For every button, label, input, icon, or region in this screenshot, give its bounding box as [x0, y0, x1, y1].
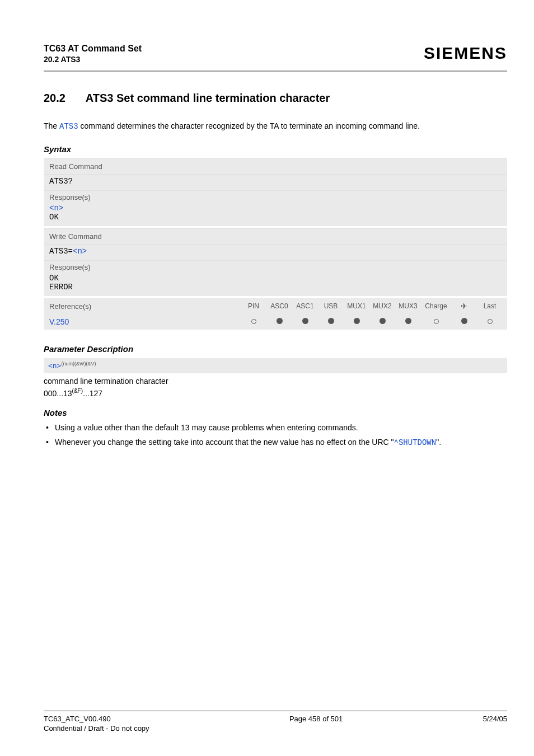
- cap-last: Last: [478, 302, 502, 310]
- brand-logo: SIEMENS: [424, 44, 507, 63]
- circle-empty-icon: [251, 319, 256, 324]
- note-item: • Using a value other than the default 1…: [46, 422, 507, 433]
- param-sup: (num)(&W)(&V): [61, 361, 96, 367]
- doc-title: TC63 AT Command Set: [44, 44, 142, 54]
- param-desc-heading: Parameter Description: [44, 344, 507, 354]
- cap-mux1: MUX1: [345, 302, 368, 310]
- cap-pin: PIN: [242, 302, 265, 310]
- cap-asc0: ASC0: [268, 302, 291, 310]
- read-response-body: <n> OK: [44, 203, 507, 226]
- notes-list: • Using a value other than the default 1…: [44, 422, 507, 449]
- bullet-icon: •: [46, 422, 55, 433]
- circle-filled-icon: [277, 318, 283, 324]
- cap-asc1: ASC1: [293, 302, 317, 310]
- section-number: 20.2: [44, 92, 83, 105]
- read-command-code: ATS3?: [44, 175, 507, 190]
- param-n[interactable]: <n>: [48, 362, 61, 370]
- reference-value-row: V.250: [44, 314, 507, 330]
- circle-filled-icon: [354, 318, 360, 324]
- dot-mux1: [345, 318, 368, 326]
- circle-filled-icon: [405, 318, 411, 324]
- dot-mux3: [396, 318, 420, 326]
- cap-usb: USB: [319, 302, 343, 310]
- dot-asc1: [293, 318, 317, 326]
- dot-mux2: [371, 318, 394, 326]
- read-response-label: Response(s): [44, 190, 507, 203]
- cap-charge: Charge: [422, 302, 450, 310]
- dot-asc0: [268, 318, 291, 326]
- capability-dots: [242, 318, 502, 326]
- footer-confidential: Confidential / Draft - Do not copy: [44, 724, 149, 732]
- circle-filled-icon: [380, 318, 386, 324]
- section-heading: 20.2 ATS3 Set command line termination c…: [44, 92, 507, 105]
- reference-label: Reference(s): [49, 302, 242, 311]
- write-command-code: ATS3=<n>: [44, 245, 507, 260]
- ats3-link[interactable]: ATS3: [59, 122, 78, 131]
- circle-empty-icon: [488, 319, 493, 324]
- note-text: Whenever you change the setting take int…: [55, 436, 507, 448]
- param-description: command line termination character: [44, 377, 507, 386]
- dot-charge: [422, 318, 450, 326]
- cap-airplane: ✈: [452, 302, 476, 311]
- syntax-heading: Syntax: [44, 144, 507, 154]
- write-response-body: OK ERROR: [44, 273, 507, 296]
- write-command-label: Write Command: [44, 228, 507, 245]
- cap-mux3: MUX3: [396, 302, 420, 310]
- footer-date: 5/24/05: [483, 715, 507, 732]
- dot-pin: [242, 318, 265, 326]
- note-item: • Whenever you change the setting take i…: [46, 436, 507, 448]
- dot-airplane: [452, 318, 476, 326]
- write-response-label: Response(s): [44, 260, 507, 273]
- notes-heading: Notes: [44, 408, 507, 417]
- reference-header-row: Reference(s) PIN ASC0 ASC1 USB MUX1 MUX2…: [44, 298, 507, 314]
- param-range: 000...13(&F)...127: [44, 388, 507, 398]
- footer-doc-id: TC63_ATC_V00.490: [44, 715, 149, 723]
- footer-page-number: Page 458 of 501: [149, 715, 483, 732]
- dot-usb: [319, 318, 343, 326]
- dot-last: [478, 318, 502, 326]
- doc-subtitle: 20.2 ATS3: [44, 55, 142, 64]
- intro-paragraph: The ATS3 command determines the characte…: [44, 120, 507, 132]
- bullet-icon: •: [46, 436, 55, 448]
- section-title-text: ATS3 Set command line termination charac…: [86, 92, 330, 104]
- circle-filled-icon: [461, 318, 467, 324]
- read-command-label: Read Command: [44, 158, 507, 175]
- param-n-link[interactable]: <n>: [49, 204, 63, 213]
- circle-filled-icon: [302, 318, 308, 324]
- note-text: Using a value other than the default 13 …: [55, 422, 507, 433]
- shutdown-link[interactable]: ^SHUTDOWN: [394, 438, 437, 447]
- capability-header: PIN ASC0 ASC1 USB MUX1 MUX2 MUX3 Charge …: [242, 302, 502, 311]
- circle-filled-icon: [328, 318, 334, 324]
- header-left: TC63 AT Command Set 20.2 ATS3: [44, 44, 142, 64]
- header-divider: [44, 71, 507, 72]
- cap-mux2: MUX2: [371, 302, 394, 310]
- airplane-icon: ✈: [461, 302, 467, 311]
- page-footer: TC63_ATC_V00.490 Confidential / Draft - …: [44, 711, 507, 732]
- circle-empty-icon: [434, 319, 439, 324]
- reference-value[interactable]: V.250: [49, 317, 242, 326]
- param-definition-box: <n>(num)(&W)(&V): [44, 358, 507, 373]
- param-n-link-write[interactable]: <n>: [73, 247, 87, 256]
